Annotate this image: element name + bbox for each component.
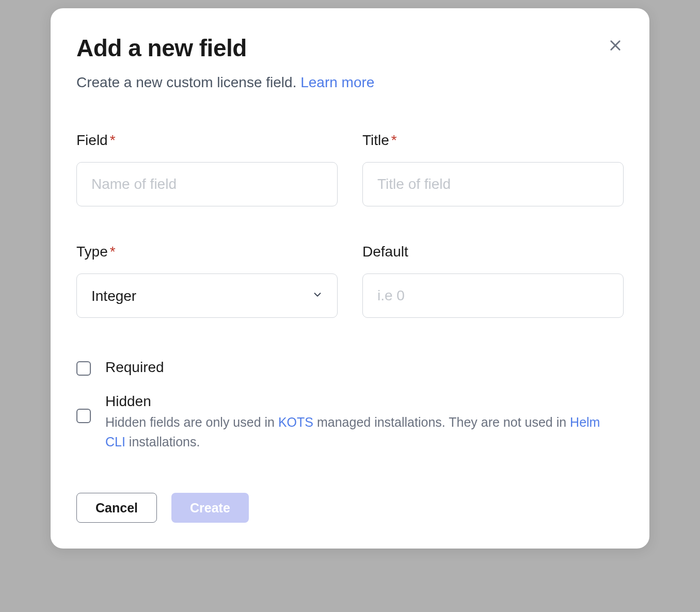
required-checkbox[interactable] [76,361,91,376]
checkbox-group: Required Hidden Hidden fields are only u… [76,359,624,452]
required-checkbox-content: Required [105,359,624,376]
field-default-input[interactable] [362,273,624,318]
field-name-input[interactable] [76,162,338,206]
hidden-checkbox-row: Hidden Hidden fields are only used in KO… [76,393,624,452]
modal-title: Add a new field [76,34,624,62]
form-grid: Field* Title* Type* Integer [76,132,624,318]
field-default-label: Default [362,244,624,260]
required-checkbox-label: Required [105,359,624,376]
field-title-group: Title* [362,132,624,206]
field-title-input[interactable] [362,162,624,206]
hidden-hint-suffix: installations. [125,434,200,449]
hidden-hint-middle: managed installations. They are not used… [313,415,570,429]
field-name-group: Field* [76,132,338,206]
field-type-group: Type* Integer [76,244,338,318]
cancel-button[interactable]: Cancel [76,493,157,523]
modal-subtitle: Create a new custom license field. Learn… [76,74,624,91]
create-button[interactable]: Create [171,493,249,523]
hidden-checkbox-hint: Hidden fields are only used in KOTS mana… [105,413,624,452]
hidden-hint-prefix: Hidden fields are only used in [105,415,278,429]
field-type-label-text: Type [76,244,108,260]
field-type-label: Type* [76,244,338,260]
hidden-checkbox[interactable] [76,409,91,423]
hidden-checkbox-label: Hidden [105,393,624,410]
kots-link[interactable]: KOTS [278,415,313,429]
close-icon[interactable] [607,37,624,54]
add-field-modal: Add a new field Create a new custom lice… [51,8,649,549]
required-star-icon: * [391,132,397,148]
required-checkbox-row: Required [76,359,624,376]
type-select-wrapper: Integer [76,273,338,318]
learn-more-link[interactable]: Learn more [300,74,374,90]
hidden-checkbox-content: Hidden Hidden fields are only used in KO… [105,393,624,452]
field-default-group: Default [362,244,624,318]
required-star-icon: * [110,244,116,260]
button-row: Cancel Create [76,493,624,523]
modal-overlay: Add a new field Create a new custom lice… [0,0,700,612]
field-title-label: Title* [362,132,624,149]
field-name-label: Field* [76,132,338,149]
field-type-select[interactable]: Integer [76,273,338,318]
subtitle-text: Create a new custom license field. [76,74,300,90]
field-title-label-text: Title [362,132,389,148]
field-name-label-text: Field [76,132,108,148]
required-star-icon: * [110,132,116,148]
